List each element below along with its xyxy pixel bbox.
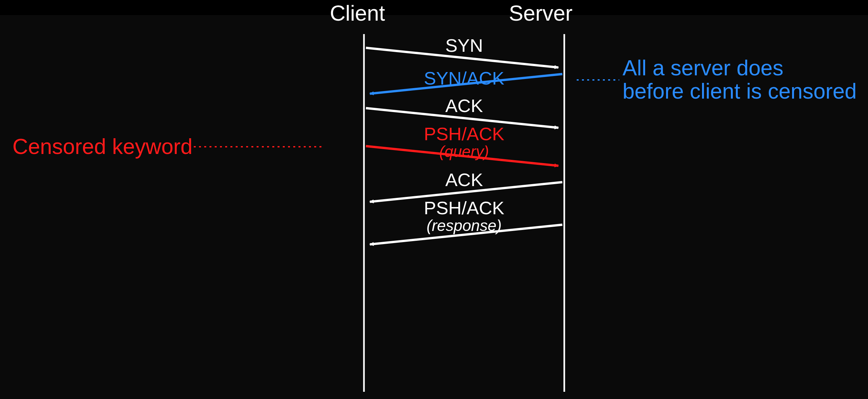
label-pshack_r-secondary: (response) <box>424 217 504 234</box>
annotation-right-line2: before client is censored <box>622 79 857 103</box>
diagram-inner: Client Server SYNSYN/ACKACKPSH/ACK(query… <box>7 15 861 392</box>
label-synack: SYN/ACK <box>424 67 504 89</box>
annotation-server-action: All a server does before client is censo… <box>622 56 857 103</box>
label-pshack_q-primary: PSH/ACK <box>424 123 504 144</box>
titlebar-strip <box>0 0 868 15</box>
label-ack2: ACK <box>445 169 483 190</box>
label-syn: SYN <box>445 35 483 56</box>
diagram-stage: Client Server SYNSYN/ACKACKPSH/ACK(query… <box>0 0 868 399</box>
annotation-right-line1: All a server does <box>622 56 783 80</box>
annotation-left-text: Censored keyword <box>12 134 192 159</box>
label-pshack_q: PSH/ACK(query) <box>424 123 504 161</box>
label-pshack_r-primary: PSH/ACK <box>424 198 504 218</box>
annotation-censored-keyword: Censored keyword <box>12 135 192 158</box>
label-ack2-primary: ACK <box>445 169 483 190</box>
label-pshack_r: PSH/ACK(response) <box>424 197 504 234</box>
label-ack1: ACK <box>445 95 483 116</box>
label-pshack_q-secondary: (query) <box>424 142 504 161</box>
label-ack1-primary: ACK <box>445 95 483 116</box>
label-synack-primary: SYN/ACK <box>424 68 504 88</box>
label-syn-primary: SYN <box>445 35 483 56</box>
